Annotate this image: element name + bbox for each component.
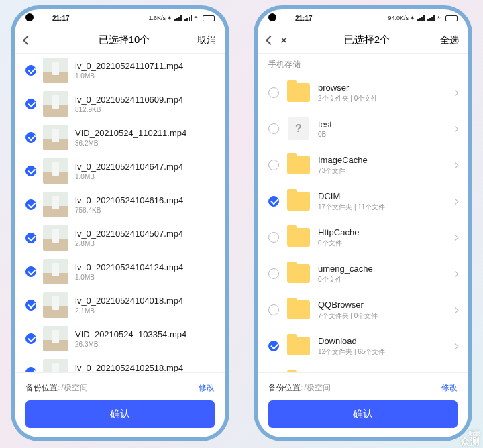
folder-detail: 0个文件 [318,239,446,248]
file-name: lv_0_20210524104616.mp4 [75,195,215,205]
edit-path-button[interactable]: 修改 [199,382,215,394]
checkbox[interactable] [268,304,279,315]
file-row[interactable]: lv_0_20210524102518.mp41.3MB [15,355,225,372]
folder-row[interactable]: QQBrowser7个文件夹 | 0个文件 [258,292,468,328]
screen-left: 21:17 1.6K/s ✶ ᯤ 已选择10个 取消 lv_0_20210524… [15,9,225,437]
file-row[interactable]: lv_0_20210524104124.mp41.0MB [15,255,225,288]
folder-name: test [318,119,446,129]
video-thumbnail-icon [43,359,68,372]
battery-icon [445,15,458,21]
folder-row[interactable]: browser2个文件夹 | 0个文件 [258,74,468,111]
chevron-right-icon [452,125,459,132]
folder-name: QQBrowser [318,300,446,310]
file-name: VID_20210524_110211.mp4 [75,128,215,138]
file-size: 1.0MB [75,72,215,80]
folder-detail: 12个文件夹 | 65个文件 [318,347,446,357]
footer: 备份位置: /极空间 修改 确认 [15,372,225,437]
file-row[interactable]: lv_0_20210524104507.mp42.8MB [15,221,225,255]
checkbox[interactable] [25,199,36,210]
edit-path-button[interactable]: 修改 [441,382,458,394]
file-size: 2.8MB [75,240,215,247]
footer: 备份位置: /极空间 修改 确认 [258,372,468,437]
back-icon[interactable] [23,35,32,44]
folder-list[interactable]: browser2个文件夹 | 0个文件?test0BImageCache73个文… [258,74,468,372]
confirm-button[interactable]: 确认 [268,400,458,428]
network-speed: 94.0K/s [388,15,409,21]
chevron-right-icon [452,162,459,168]
checkbox[interactable] [25,233,36,243]
status-indicators: 1.6K/s ✶ ᯤ [148,15,215,21]
status-bar: 21:17 94.0K/s ✶ ᯤ [258,9,468,27]
checkbox[interactable] [268,341,279,351]
checkbox[interactable] [25,166,36,176]
folder-row[interactable]: ImageCache73个文件 [258,147,468,183]
checkbox[interactable] [268,196,279,207]
checkbox[interactable] [25,132,36,143]
folder-row[interactable]: Download12个文件夹 | 65个文件 [258,328,468,364]
checkbox[interactable] [268,160,279,170]
select-all-button[interactable]: 全选 [431,34,459,46]
folder-row[interactable]: ?test0B [258,111,468,147]
file-row[interactable]: lv_0_20210524104616.mp4758.4KB [15,188,225,221]
checkbox[interactable] [25,367,36,372]
checkbox[interactable] [25,333,36,344]
back-icon[interactable] [266,35,275,44]
header: × 已选择2个 全选 [258,27,468,54]
file-name: VID_20210524_103354.mp4 [75,329,215,339]
folder-row[interactable]: DCIM17个文件夹 | 11个文件 [258,183,468,219]
video-thumbnail-icon [43,158,68,184]
video-thumbnail-icon [43,225,68,251]
video-thumbnail-icon [43,91,68,117]
folder-name: DCIM [318,191,446,201]
file-name: lv_0_20210524104647.mp4 [75,162,215,172]
file-name: lv_0_20210524104018.mp4 [75,296,215,306]
video-thumbnail-icon [43,292,68,318]
folder-name: Download [318,336,446,346]
file-name: lv_0_20210524104507.mp4 [75,229,215,239]
file-row[interactable]: VID_20210524_103354.mp426.3MB [15,322,225,355]
file-row[interactable]: lv_0_20210524110711.mp41.0MB [15,54,225,87]
path-label: 备份位置: [25,382,60,394]
file-row[interactable]: lv_0_20210524104018.mp42.1MB [15,288,225,322]
video-thumbnail-icon [43,125,68,150]
path-value: /极空间 [61,382,87,394]
file-size: 2.1MB [75,307,215,315]
status-time: 21:17 [52,15,70,22]
path-label: 备份位置: [268,382,303,394]
checkbox[interactable] [268,232,279,243]
checkbox[interactable] [268,87,279,98]
checkbox[interactable] [268,123,279,134]
chevron-right-icon [452,198,459,205]
checkbox[interactable] [268,268,279,279]
file-name: lv_0_20210524104124.mp4 [75,262,215,272]
video-thumbnail-icon [43,259,68,284]
file-name: lv_0_20210524110609.mp4 [75,95,215,105]
phone-left: 21:17 1.6K/s ✶ ᯤ 已选择10个 取消 lv_0_20210524… [11,5,229,441]
status-indicators: 94.0K/s ✶ ᯤ [388,15,458,21]
folder-row[interactable]: HttpCache0个文件 [258,219,468,256]
folder-icon [287,337,310,355]
watermark: 新浪 众测 [460,431,480,447]
checkbox[interactable] [25,65,36,76]
folder-name: HttpCache [318,227,446,237]
chevron-right-icon [452,306,459,313]
page-title: 已选择10个 [64,34,184,46]
folder-icon [287,192,310,211]
file-size: 758.4KB [75,207,215,214]
checkbox[interactable] [25,99,36,109]
screen-right: 21:17 94.0K/s ✶ ᯤ × 已选择2个 全选 手机存储 browse… [258,9,468,437]
cancel-button[interactable]: 取消 [188,34,216,46]
checkbox[interactable] [25,266,36,277]
header: 已选择10个 取消 [15,27,225,54]
chevron-right-icon [452,89,459,96]
folder-row[interactable]: umeng_cache0个文件 [258,256,468,292]
confirm-button[interactable]: 确认 [25,400,215,428]
file-list[interactable]: lv_0_20210524110711.mp41.0MBlv_0_2021052… [15,54,225,372]
close-icon[interactable]: × [280,34,288,46]
video-thumbnail-icon [43,58,68,83]
file-row[interactable]: VID_20210524_110211.mp436.2MB [15,121,225,154]
checkbox[interactable] [25,300,36,311]
file-row[interactable]: lv_0_20210524104647.mp41.0MB [15,154,225,188]
folder-row[interactable]: remove_inpaint0个文件 [258,364,468,372]
file-row[interactable]: lv_0_20210524110609.mp4812.9KB [15,87,225,121]
